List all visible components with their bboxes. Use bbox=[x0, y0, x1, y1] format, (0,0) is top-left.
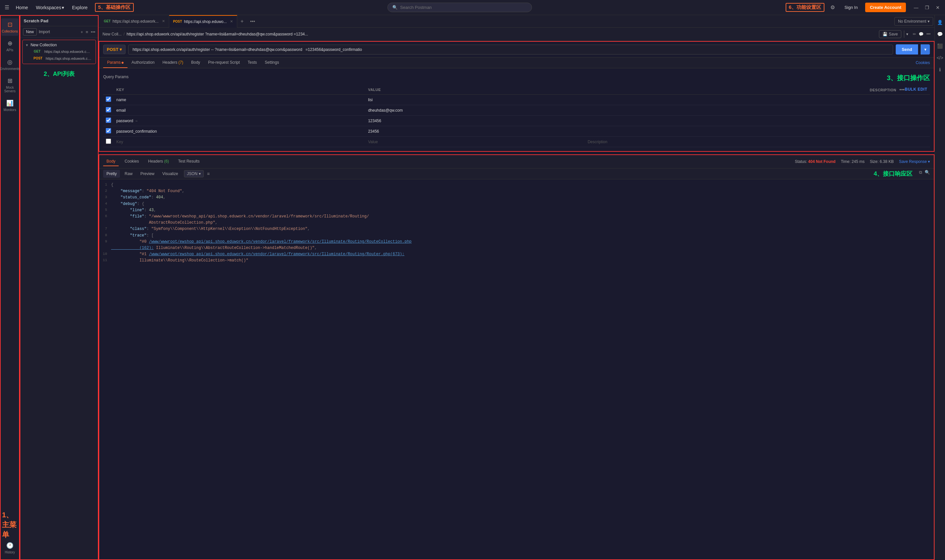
more-options-icon[interactable]: ••• bbox=[91, 29, 95, 34]
req-tab-settings[interactable]: Settings bbox=[261, 57, 283, 68]
tab-get-close[interactable]: ✕ bbox=[162, 19, 165, 23]
resp-tab-headers[interactable]: Headers (6) bbox=[145, 157, 172, 166]
param-empty-checkbox[interactable] bbox=[106, 138, 111, 144]
method-selector[interactable]: POST ▾ bbox=[103, 45, 126, 54]
gear-icon[interactable]: ⚙ bbox=[828, 2, 837, 12]
sidebar-icons: ⊡ Collections ⊕ APIs ◎ Environments ⊞ Mo… bbox=[0, 15, 20, 560]
environment-selector[interactable]: No Environment ▾ bbox=[894, 17, 933, 26]
bulk-edit-button[interactable]: Bulk Edit bbox=[905, 87, 928, 92]
more-tabs-button[interactable]: ••• bbox=[247, 19, 258, 24]
breadcrumb-collection[interactable]: New Coll... bbox=[103, 32, 122, 37]
sidebar-item-history[interactable]: 🕐 History bbox=[1, 539, 18, 557]
scratch-pad-title: Scratch Pad bbox=[24, 18, 48, 23]
import-button[interactable]: Import bbox=[39, 29, 50, 34]
desc-more-icon[interactable]: ••• bbox=[899, 87, 905, 92]
home-link[interactable]: Home bbox=[12, 3, 31, 12]
copy-icon[interactable]: ⧉ bbox=[919, 170, 922, 178]
sidebar-item-environments[interactable]: ◎ Environments bbox=[1, 56, 18, 73]
save-response-button[interactable]: Save Response ▾ bbox=[899, 159, 930, 164]
req-tab-tests[interactable]: Tests bbox=[244, 57, 261, 68]
api-entry-get[interactable]: GET https://api.shop.eduwork.cn/api... bbox=[25, 48, 93, 55]
resp-body-tab-preview[interactable]: Preview bbox=[137, 170, 158, 178]
add-icon[interactable]: + bbox=[80, 29, 83, 34]
search-response-icon[interactable]: 🔍 bbox=[925, 170, 930, 178]
search-input[interactable] bbox=[400, 5, 527, 10]
params-section: Query Params 3、接口操作区 KEY VALUE DESCRIPTI… bbox=[99, 68, 934, 151]
status-label: Status: 404 Not Found bbox=[795, 159, 836, 164]
region-6-label: 6、功能设置区 bbox=[786, 3, 824, 12]
resp-tab-cookies[interactable]: Cookies bbox=[121, 157, 142, 166]
save-button[interactable]: 💾 Save bbox=[879, 30, 901, 38]
time-label: Time: 245 ms bbox=[841, 159, 865, 164]
search-bar[interactable]: 🔍 bbox=[388, 3, 532, 12]
close-button[interactable]: ✕ bbox=[933, 4, 942, 11]
save-dropdown-button[interactable]: ▾ bbox=[904, 31, 910, 38]
param-password-checkbox[interactable] bbox=[106, 118, 111, 123]
sign-in-button[interactable]: Sign In bbox=[840, 3, 862, 12]
param-confirm-checkbox[interactable] bbox=[106, 128, 111, 133]
history-icon: 🕐 bbox=[6, 542, 14, 549]
display-icon[interactable]: ⬛ bbox=[935, 42, 945, 51]
req-tab-body[interactable]: Body bbox=[187, 57, 204, 68]
resp-body-tab-visualize[interactable]: Visualize bbox=[159, 170, 182, 178]
create-account-button[interactable]: Create Account bbox=[865, 3, 906, 12]
resp-tab-body[interactable]: Body bbox=[103, 157, 119, 166]
method-label: POST bbox=[107, 47, 118, 52]
req-tab-authorization[interactable]: Authorization bbox=[128, 57, 159, 68]
chat-icon[interactable]: 💬 bbox=[935, 29, 945, 39]
format-icon[interactable]: ≡ bbox=[207, 171, 209, 176]
sidebar-item-collections[interactable]: ⊡ Collections bbox=[1, 18, 18, 36]
req-tab-params[interactable]: Params bbox=[103, 57, 128, 68]
comment-icon[interactable]: 💬 bbox=[919, 32, 923, 37]
tab-post-close[interactable]: ✕ bbox=[230, 19, 233, 24]
code-line-7: 7 "class": "Symfony\\Component\\HttpKern… bbox=[99, 226, 934, 232]
param-name-checkbox[interactable] bbox=[106, 97, 111, 102]
code-line-5: 5 "line": 43, bbox=[99, 207, 934, 214]
json-format-selector[interactable]: JSON ▾ bbox=[184, 170, 204, 177]
send-dropdown-button[interactable]: ▾ bbox=[921, 45, 930, 54]
code-icon[interactable]: </> bbox=[934, 53, 945, 62]
sidebar-item-monitors[interactable]: 📊 Monitors bbox=[1, 97, 18, 114]
param-email-checkbox[interactable] bbox=[106, 107, 111, 112]
req-tab-headers[interactable]: Headers (7) bbox=[159, 57, 187, 68]
collection-header[interactable]: ▼ New Collection bbox=[25, 42, 93, 48]
menu-icon[interactable]: ☰ bbox=[3, 2, 11, 12]
query-params-label: Query Params bbox=[103, 75, 128, 79]
info-icon[interactable]: ℹ bbox=[937, 65, 943, 74]
param-empty-desc[interactable]: Description bbox=[588, 140, 607, 144]
param-empty-key[interactable]: Key bbox=[116, 140, 123, 144]
more-icon[interactable]: ••• bbox=[926, 32, 931, 37]
mock-servers-icon: ⊞ bbox=[8, 77, 12, 85]
add-tab-button[interactable]: + bbox=[237, 18, 247, 24]
search-icon: 🔍 bbox=[392, 5, 397, 10]
scratch-pad-header: Scratch Pad bbox=[20, 16, 98, 26]
new-button[interactable]: New bbox=[23, 28, 37, 35]
maximize-button[interactable]: ❐ bbox=[922, 4, 932, 11]
req-tab-pre-request[interactable]: Pre-request Script bbox=[204, 57, 244, 68]
filter-icon[interactable]: ≡ bbox=[86, 29, 88, 34]
api-list-panel: Scratch Pad New Import + ≡ ••• ▼ New Col… bbox=[20, 15, 99, 560]
resp-body-tab-pretty[interactable]: Pretty bbox=[103, 170, 120, 178]
code-line-1: 1 { bbox=[99, 182, 934, 188]
sidebar-item-mock-servers[interactable]: ⊞ Mock Servers bbox=[1, 75, 18, 95]
cookies-link[interactable]: Cookies bbox=[916, 60, 930, 65]
explore-link[interactable]: Explore bbox=[69, 3, 91, 12]
workspaces-link[interactable]: Workspaces ▾ bbox=[32, 3, 67, 12]
api-entry-post[interactable]: POST https://api.shop.eduwork.cn/api... bbox=[25, 55, 93, 62]
tab-right: No Environment ▾ bbox=[894, 17, 933, 26]
code-area[interactable]: 1 { 2 "message": "404 Not Found", 3 "sta… bbox=[99, 179, 934, 559]
sidebar-item-apis[interactable]: ⊕ APIs bbox=[1, 37, 18, 54]
edit-icon[interactable]: ✏ bbox=[913, 32, 916, 37]
sidebar-item-mock-label: Mock Servers bbox=[3, 86, 17, 93]
send-button[interactable]: Send bbox=[896, 45, 918, 54]
url-input[interactable] bbox=[128, 45, 893, 54]
minimize-button[interactable]: — bbox=[911, 4, 921, 11]
user-icon[interactable]: 👤 bbox=[935, 18, 945, 27]
tab-get[interactable]: GET https://api.shop.eduwork... ✕ bbox=[100, 15, 169, 28]
tab-post[interactable]: POST https://api.shop.eduwo... ✕ bbox=[169, 15, 237, 28]
resp-tab-test-results[interactable]: Test Results bbox=[175, 157, 203, 166]
code-line-3: 3 "status_code": 404, bbox=[99, 194, 934, 201]
param-email-key: email bbox=[116, 108, 126, 113]
resp-body-tab-raw[interactable]: Raw bbox=[121, 170, 136, 178]
param-empty-value[interactable]: Value bbox=[368, 140, 378, 144]
